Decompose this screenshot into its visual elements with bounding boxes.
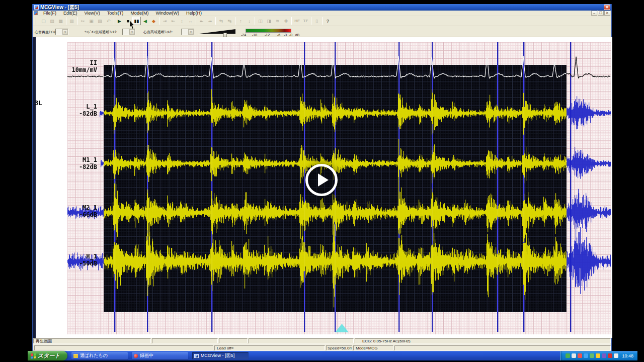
zoom-amp-down-button[interactable]: ↔ [186, 17, 195, 25]
marker-b-button[interactable]: ◨ [265, 17, 273, 25]
zoom-time-in-button[interactable]: ⇥ [160, 17, 169, 25]
menu-mode[interactable]: Mode(M) [127, 11, 152, 16]
toolbar-separator [255, 17, 255, 25]
status-pane [249, 338, 354, 343]
taskbar: スタート 選ばれたもの録画中MCGView - [図5] 10:48 [28, 351, 637, 360]
zoom-time-out-button[interactable]: ⇤ [169, 17, 178, 25]
screen: MCGView - [図5] ✕ File(F)Edit(E)View(V)To… [0, 0, 644, 362]
page-forward-button[interactable]: ↠ [206, 17, 214, 25]
status-ecg-pane: ECG: 0.05-75Hz AC(60Hz) [355, 338, 611, 343]
channel-select-combo[interactable]: ▼ [55, 29, 68, 35]
pause-button[interactable]: ▮▮ [132, 17, 141, 25]
windows-logo-icon [31, 353, 36, 358]
tray-icon-1[interactable] [566, 353, 570, 358]
volume-slider-track[interactable] [198, 35, 236, 35]
chevron-down-icon[interactable]: ▼ [62, 29, 68, 35]
tray-icon-8[interactable] [608, 353, 612, 358]
tray-icon-5[interactable] [590, 353, 594, 358]
menu-bar: File(F)Edit(E)View(V)Tools(T)Mode(M)Wind… [33, 11, 611, 16]
cut-button[interactable]: ✂ [78, 17, 87, 25]
taskbar-clock: 10:48 [622, 353, 633, 358]
play-button[interactable]: ▶ [115, 17, 124, 25]
toolbar-separator [322, 17, 323, 25]
db-tick-label: -12 [265, 33, 270, 37]
db-tick-label: -6 [277, 33, 280, 37]
compress-scale-button[interactable]: ↹ [225, 17, 234, 25]
toolbar-separator [66, 17, 66, 25]
print-button[interactable]: ▥ [67, 17, 76, 25]
lowcut-filter-combo[interactable]: ▼ [122, 29, 135, 35]
task-recording[interactable]: 録画中 [132, 352, 188, 359]
start-button[interactable]: スタート [28, 351, 67, 360]
menu-file[interactable]: File(F) [40, 11, 60, 16]
db-tick-label: -3 [284, 33, 287, 37]
zoom-amp-up-button[interactable]: ↕ [178, 17, 186, 25]
db-level-gradient [246, 29, 291, 33]
tray-icon-7[interactable] [602, 353, 606, 358]
mdi-restore-button[interactable]: ❐ [598, 11, 604, 16]
page-back-button[interactable]: ↞ [197, 17, 206, 25]
video-play-button[interactable] [305, 164, 338, 196]
mdi-minimize-button[interactable]: – [591, 11, 597, 16]
record-marker-button[interactable]: ◆ [149, 17, 158, 25]
task-folder[interactable]: 選ばれたもの [71, 352, 128, 359]
paste-button[interactable]: ▧ [96, 17, 104, 25]
db-unit-label: dB [295, 33, 300, 37]
patient-info-button[interactable]: ▯ [312, 17, 321, 25]
tray-icon-4[interactable] [584, 353, 588, 358]
toolbar-separator [77, 17, 77, 25]
highcut-filter-combo[interactable]: ▼ [181, 29, 194, 35]
menu-edit[interactable]: Edit(E) [60, 11, 81, 16]
left-edge-strip [33, 37, 36, 338]
play-icon[interactable] [305, 164, 338, 196]
toolbar-separator [215, 17, 216, 25]
window-title: MCGView - [図5] [40, 4, 79, 11]
toolbar-audio: 心音再生ﾁｬﾝﾈﾙ: ▼ ﾍｯﾄﾞﾎﾝ低域遮断ﾌｨﾙﾀ: ▼ 心音高域遮断ﾌｨﾙ… [33, 27, 611, 37]
tray-icon-2[interactable] [572, 353, 576, 358]
save-button[interactable]: ▦ [56, 17, 65, 25]
measure-button[interactable]: ✚ [282, 17, 290, 25]
menu-view[interactable]: View(V) [81, 11, 104, 16]
expand-scale-button[interactable]: ⇆ [217, 17, 225, 25]
mdi-document-icon [34, 11, 38, 15]
mcgview-window: MCGView - [図5] ✕ File(F)Edit(E)View(V)To… [32, 4, 612, 351]
waveform-area: II 10mm/mV 3L L_1 -82dB M1_1 -82dB M2_1 … [33, 37, 612, 338]
menu-help[interactable]: Help(H) [183, 11, 205, 16]
menu-window[interactable]: Window(W) [152, 11, 183, 16]
rec-icon [134, 354, 138, 358]
channel-down-button[interactable]: ↓ [245, 17, 254, 25]
chevron-down-icon[interactable]: ▼ [129, 29, 135, 35]
channel-label-l1: L_1 -82dB [42, 103, 97, 117]
chevron-down-icon[interactable]: ▼ [188, 29, 194, 35]
menu-tools[interactable]: Tools(T) [104, 11, 127, 16]
mdi-close-button[interactable]: ✕ [604, 11, 610, 16]
toolbar-separator [196, 17, 196, 25]
new-file-button[interactable]: ▢ [39, 17, 48, 25]
volume-slider-thumb[interactable] [223, 33, 227, 37]
help-button[interactable]: ? [324, 17, 332, 25]
toolbar-separator [291, 17, 292, 25]
channel-up-button[interactable]: ↑ [236, 17, 245, 25]
tray-icon-3[interactable] [578, 353, 582, 358]
tray-icon-6[interactable] [596, 353, 600, 358]
marker-a-button[interactable]: ◫ [256, 17, 265, 25]
close-button[interactable]: ✕ [604, 5, 610, 10]
open-file-button[interactable]: ▤ [48, 17, 56, 25]
filter-button[interactable]: ≋ [273, 17, 282, 25]
lead-label: 3L [35, 100, 42, 107]
step-back-button[interactable]: ◀ [141, 17, 149, 25]
inner-status-bar: 再生画面 ECG: 0.05-75Hz AC(60Hz) [33, 338, 611, 344]
volume-wedge-icon [199, 29, 235, 34]
status-pane [394, 345, 611, 350]
undo-button[interactable]: ↶ [104, 17, 113, 25]
tf-filter-button[interactable]: TF [301, 17, 310, 25]
folder-icon [73, 354, 78, 358]
toolbar-separator [235, 17, 235, 25]
tray-icon-9[interactable] [614, 353, 618, 358]
hf-filter-button[interactable]: HF [293, 17, 301, 25]
app-icon [194, 354, 199, 358]
toolbar-separator [114, 17, 114, 25]
task-mcgview[interactable]: MCGView - [図5] [192, 352, 249, 359]
copy-button[interactable]: ▣ [87, 17, 96, 25]
status-speed-pane: Speed=50.0mm/s [326, 345, 352, 350]
